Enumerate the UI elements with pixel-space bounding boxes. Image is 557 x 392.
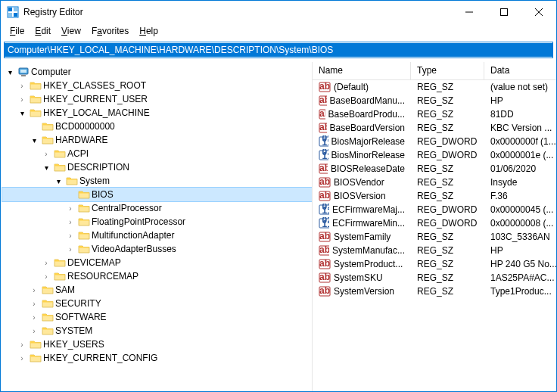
tree-label: Computer xyxy=(31,67,71,77)
expander-icon[interactable]: › xyxy=(16,93,28,105)
column-header-type[interactable]: Type xyxy=(411,62,484,79)
expander-icon[interactable]: › xyxy=(28,325,40,337)
tree-node-acpi[interactable]: › ACPI xyxy=(2,147,312,160)
expander-icon[interactable]: › xyxy=(16,352,28,364)
tree-label: FloatingPointProcessor xyxy=(92,216,185,227)
list-row[interactable]: BIOSVendorREG_SZInsyde xyxy=(313,176,556,189)
minimize-button[interactable] xyxy=(452,1,487,23)
value-name-cell: BaseBoardVersion xyxy=(313,122,411,134)
list-row[interactable]: BaseBoardVersionREG_SZKBC Version ... xyxy=(313,121,556,135)
tree-node-resourcemap[interactable]: › RESOURCEMAP xyxy=(2,269,312,283)
list-row[interactable]: SystemManufac...REG_SZHP xyxy=(313,244,556,257)
value-type: REG_SZ xyxy=(411,177,484,188)
expander-icon[interactable]: › xyxy=(40,148,52,160)
expander-icon[interactable]: › xyxy=(64,243,76,255)
list-row[interactable]: SystemSKUREG_SZ1AS25PA#AC... xyxy=(313,271,556,285)
tree-node-computer[interactable]: ▾ Computer xyxy=(2,65,312,79)
value-name: ECFirmwareMaj... xyxy=(332,204,405,215)
tree-node-system[interactable]: ▾ System xyxy=(2,174,312,188)
list-body[interactable]: (Default)REG_SZ(value not set)BaseBoardM… xyxy=(313,80,556,378)
menu-view[interactable]: View xyxy=(57,24,86,38)
list-row[interactable]: ECFirmwareMaj...REG_DWORD0x00000045 (... xyxy=(313,203,556,216)
value-name: SystemManufac... xyxy=(332,245,405,256)
expander-icon[interactable]: › xyxy=(64,202,76,214)
tree-label: VideoAdapterBusses xyxy=(92,244,176,254)
value-name: BaseBoardVersion xyxy=(330,123,405,133)
tree-node-bcd[interactable]: › BCD00000000 xyxy=(2,120,312,133)
tree-node-description[interactable]: ▾ DESCRIPTION xyxy=(2,160,312,174)
expander-icon[interactable]: › xyxy=(16,338,28,350)
tree-node-sam[interactable]: › SAM xyxy=(2,283,312,297)
expander-icon[interactable]: › xyxy=(28,284,40,296)
column-header-data[interactable]: Data xyxy=(484,62,556,79)
folder-icon xyxy=(30,338,42,350)
tree-node-devicemap[interactable]: › DEVICEMAP xyxy=(2,256,312,269)
tree-pane[interactable]: ▾ Computer › HKEY_CLASSES_ROOT xyxy=(1,62,313,391)
horizontal-scrollbar[interactable] xyxy=(313,378,556,391)
menu-favorites[interactable]: Favorites xyxy=(87,24,133,38)
tree-node-hkcc[interactable]: › HKEY_CURRENT_CONFIG xyxy=(2,351,312,365)
tree-label: System xyxy=(79,176,110,186)
tree-node-floatingpoint[interactable]: › FloatingPointProcessor xyxy=(2,215,312,229)
list-row[interactable]: BaseBoardManu...REG_SZHP xyxy=(313,94,556,107)
svg-rect-13 xyxy=(501,9,508,16)
expander-icon[interactable]: ▾ xyxy=(28,134,40,146)
tree-label: DEVICEMAP xyxy=(67,257,121,268)
expander-icon[interactable]: › xyxy=(16,79,28,92)
list-row[interactable]: BIOSVersionREG_SZF.36 xyxy=(313,189,556,203)
column-header-name[interactable]: Name xyxy=(313,62,411,79)
value-data: HP xyxy=(484,95,556,106)
folder-icon xyxy=(54,257,66,269)
tree-node-hkcr[interactable]: › HKEY_CLASSES_ROOT xyxy=(2,79,312,92)
list-row[interactable]: SystemProduct...REG_SZHP 240 G5 No... xyxy=(313,257,556,271)
value-name: BaseBoardProdu... xyxy=(328,109,405,120)
list-row[interactable]: (Default)REG_SZ(value not set) xyxy=(313,80,556,94)
tree-node-hklm[interactable]: ▾ HKEY_LOCAL_MACHINE xyxy=(2,106,312,120)
menu-help[interactable]: Help xyxy=(135,24,163,38)
address-input[interactable] xyxy=(5,43,552,57)
folder-icon xyxy=(30,79,42,92)
menu-file[interactable]: File xyxy=(5,24,29,38)
tree-node-hku[interactable]: › HKEY_USERS xyxy=(2,338,312,351)
expander-icon[interactable]: ▾ xyxy=(4,66,16,78)
close-button[interactable] xyxy=(521,1,556,23)
tree-label: SECURITY xyxy=(55,298,101,309)
tree-node-multifunction[interactable]: › MultifunctionAdapter xyxy=(2,229,312,242)
tree-node-hkcu[interactable]: › HKEY_CURRENT_USER xyxy=(2,92,312,106)
maximize-button[interactable] xyxy=(487,1,521,23)
expander-icon[interactable]: › xyxy=(64,229,76,241)
value-type: REG_SZ xyxy=(411,286,484,297)
value-type: REG_DWORD xyxy=(411,150,484,160)
value-name: ECFirmwareMin... xyxy=(332,218,405,229)
value-type: REG_SZ xyxy=(411,232,484,242)
tree-node-system2[interactable]: › SYSTEM xyxy=(2,324,312,338)
expander-icon[interactable]: ▾ xyxy=(52,175,64,187)
folder-icon xyxy=(78,202,90,214)
value-data: HP 240 G5 No... xyxy=(484,259,556,269)
dword-value-icon xyxy=(319,204,329,216)
list-row[interactable]: BiosMinorReleaseREG_DWORD0x0000001e (... xyxy=(313,148,556,162)
tree-node-security[interactable]: › SECURITY xyxy=(2,297,312,310)
tree-node-software[interactable]: › SOFTWARE xyxy=(2,310,312,324)
list-row[interactable]: SystemVersionREG_SZType1Produc... xyxy=(313,285,556,298)
menu-edit[interactable]: Edit xyxy=(30,24,55,38)
list-row[interactable]: BiosMajorReleaseREG_DWORD0x0000000f (1..… xyxy=(313,135,556,148)
list-row[interactable]: BaseBoardProdu...REG_SZ81DD xyxy=(313,107,556,121)
list-row[interactable]: ECFirmwareMin...REG_DWORD0x00000008 (... xyxy=(313,216,556,230)
expander-icon[interactable]: ▾ xyxy=(40,161,52,173)
expander-icon[interactable]: › xyxy=(40,270,52,282)
expander-icon[interactable]: › xyxy=(40,257,52,269)
folder-icon xyxy=(42,284,54,296)
tree-node-bios[interactable]: › BIOS xyxy=(2,188,312,201)
tree-node-centralprocessor[interactable]: › CentralProcessor xyxy=(2,201,312,215)
list-row[interactable]: BIOSReleaseDateREG_SZ01/06/2020 xyxy=(313,162,556,176)
tree-node-hardware[interactable]: ▾ HARDWARE xyxy=(2,133,312,147)
list-row[interactable]: SystemFamilyREG_SZ103C_5336AN xyxy=(313,230,556,244)
values-pane: Name Type Data (Default)REG_SZ(value not… xyxy=(313,62,556,391)
expander-icon[interactable]: › xyxy=(28,297,40,310)
expander-icon[interactable]: › xyxy=(28,311,40,323)
tree-node-videoadapter[interactable]: › VideoAdapterBusses xyxy=(2,242,312,256)
expander-icon[interactable]: ▾ xyxy=(16,107,28,119)
tree-label: SOFTWARE xyxy=(55,312,107,322)
expander-icon[interactable]: › xyxy=(64,216,76,228)
